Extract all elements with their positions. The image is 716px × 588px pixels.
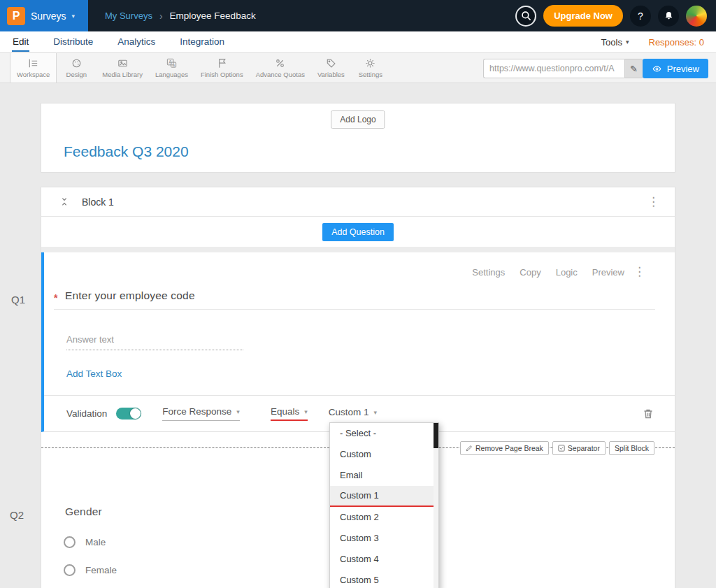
- delete-question-button[interactable]: [643, 408, 654, 420]
- menu-option-custom-4[interactable]: Custom 4: [330, 549, 438, 570]
- toolbar-item-design[interactable]: Design: [57, 53, 96, 83]
- validation-label: Validation: [66, 408, 107, 419]
- gear-icon: [364, 57, 376, 69]
- answer-text-field[interactable]: Answer text: [66, 334, 243, 350]
- page-break-buttons: Remove Page Break Separator Split Block: [460, 441, 654, 455]
- question-actions: Settings Copy Logic Preview: [472, 267, 624, 278]
- top-bar: P Surveys My Surveys Employee Feedback U…: [0, 0, 716, 31]
- menu-option-select[interactable]: - Select -: [330, 423, 438, 444]
- question-number-q2: Q2: [10, 509, 24, 521]
- preview-label: Preview: [667, 64, 699, 74]
- question-text-q1[interactable]: Enter your employee code: [65, 289, 195, 302]
- help-button[interactable]: ?: [630, 6, 651, 27]
- radio-option-male[interactable]: Male: [64, 536, 106, 548]
- block-divider: [41, 247, 675, 252]
- chevron-down-icon: [304, 408, 308, 415]
- svg-text:A: A: [169, 59, 172, 64]
- split-block-button[interactable]: Split Block: [609, 441, 654, 455]
- toolbar-item-settings[interactable]: Settings: [351, 53, 390, 83]
- question-settings-link[interactable]: Settings: [472, 267, 505, 278]
- toolbar-item-advance-quotas[interactable]: Advance Quotas: [250, 53, 311, 83]
- eye-icon: [652, 65, 662, 73]
- notifications-button[interactable]: [658, 6, 679, 27]
- validation-toggle[interactable]: [116, 408, 141, 420]
- validation-type-value: Custom 1: [329, 407, 369, 417]
- survey-title[interactable]: Feedback Q3 2020: [64, 143, 189, 160]
- preview-button[interactable]: Preview: [643, 59, 708, 78]
- upgrade-now-button[interactable]: Upgrade Now: [543, 5, 623, 27]
- toolbar-item-media-library[interactable]: Media Library: [96, 53, 149, 83]
- menu-scrollbar-thumb[interactable]: [434, 423, 438, 448]
- product-switcher[interactable]: P Surveys: [0, 0, 88, 31]
- remove-page-break-button[interactable]: Remove Page Break: [460, 441, 549, 455]
- collapse-block-icon[interactable]: [59, 196, 69, 207]
- separator-label: Separator: [568, 444, 600, 452]
- tab-analytics[interactable]: Analytics: [117, 32, 156, 52]
- radio-label: Male: [85, 537, 106, 547]
- radio-label: Female: [85, 565, 117, 575]
- question-logic-link[interactable]: Logic: [556, 267, 578, 278]
- survey-header-card: Add Logo Feedback Q3 2020: [41, 103, 675, 173]
- question-text-q2[interactable]: Gender: [65, 505, 102, 518]
- quota-icon: [274, 57, 286, 69]
- question-panel-q1: Settings Copy Logic Preview * Enter your…: [41, 252, 675, 432]
- validation-type-menu: - Select - Custom Email Custom 1 Custom …: [329, 422, 439, 588]
- question-number-q1: Q1: [11, 294, 25, 306]
- separator-button[interactable]: Separator: [552, 441, 606, 455]
- breadcrumb-separator-icon: [159, 10, 163, 22]
- tools-menu[interactable]: Tools: [601, 37, 629, 48]
- tag-icon: [325, 57, 337, 69]
- force-response-dropdown[interactable]: Force Response: [162, 406, 240, 421]
- radio-button-icon: [64, 536, 76, 548]
- editor-toolbar: Workspace Design Media Library Aa Langua…: [0, 53, 716, 83]
- chevron-down-icon: [236, 408, 240, 415]
- image-icon: [117, 57, 129, 69]
- survey-url-group: [483, 59, 643, 78]
- toolbar-label: Design: [66, 71, 87, 78]
- toolbar-label: Variables: [317, 71, 345, 78]
- menu-option-custom-2[interactable]: Custom 2: [330, 507, 438, 528]
- tab-distribute[interactable]: Distribute: [52, 32, 94, 52]
- breadcrumb: My Surveys Employee Feedback: [105, 10, 256, 22]
- question-preview-link[interactable]: Preview: [592, 267, 624, 278]
- menu-option-custom-1[interactable]: Custom 1: [330, 486, 438, 507]
- toolbar-item-variables[interactable]: Variables: [311, 53, 351, 83]
- block-menu-kebab-icon[interactable]: [647, 196, 659, 208]
- responses-count[interactable]: Responses: 0: [649, 37, 705, 48]
- page: P Surveys My Surveys Employee Feedback U…: [0, 0, 716, 588]
- survey-url-input[interactable]: [483, 59, 624, 78]
- question-copy-link[interactable]: Copy: [520, 267, 540, 278]
- menu-option-custom-5[interactable]: Custom 5: [330, 570, 438, 588]
- menu-option-custom[interactable]: Custom: [330, 444, 438, 465]
- user-avatar[interactable]: [686, 6, 707, 27]
- add-question-button[interactable]: Add Question: [322, 223, 394, 241]
- chevron-down-icon: [626, 38, 629, 45]
- add-logo-button[interactable]: Add Logo: [331, 110, 385, 129]
- menu-scrollbar[interactable]: [434, 423, 438, 588]
- remove-page-break-label: Remove Page Break: [475, 444, 543, 452]
- tab-edit[interactable]: Edit: [12, 32, 29, 52]
- block-header: Block 1: [41, 187, 675, 217]
- validation-type-dropdown[interactable]: Custom 1: [329, 407, 377, 420]
- radio-option-female[interactable]: Female: [64, 564, 117, 576]
- add-text-box-link[interactable]: Add Text Box: [66, 368, 122, 379]
- equals-dropdown[interactable]: Equals: [271, 406, 308, 421]
- toolbar-item-workspace[interactable]: Workspace: [10, 53, 57, 83]
- toolbar-label: Settings: [359, 71, 382, 78]
- svg-text:a: a: [173, 63, 176, 67]
- tab-integration[interactable]: Integration: [179, 32, 225, 52]
- breadcrumb-my-surveys[interactable]: My Surveys: [105, 10, 152, 21]
- search-button[interactable]: [515, 6, 536, 27]
- toggle-knob: [130, 408, 141, 419]
- toolbar-label: Workspace: [17, 71, 50, 78]
- toolbar-item-languages[interactable]: Aa Languages: [149, 53, 194, 83]
- menu-option-email[interactable]: Email: [330, 465, 438, 486]
- block-title[interactable]: Block 1: [82, 196, 114, 208]
- breadcrumb-current: Employee Feedback: [170, 10, 256, 21]
- edit-url-pencil-icon[interactable]: [624, 59, 643, 78]
- menu-option-custom-3[interactable]: Custom 3: [330, 528, 438, 549]
- toolbar-item-finish-options[interactable]: Finish Options: [194, 53, 250, 83]
- question-menu-kebab-icon[interactable]: [633, 266, 645, 278]
- toolbar-label: Finish Options: [201, 71, 243, 78]
- questionpro-logo: P: [7, 7, 25, 25]
